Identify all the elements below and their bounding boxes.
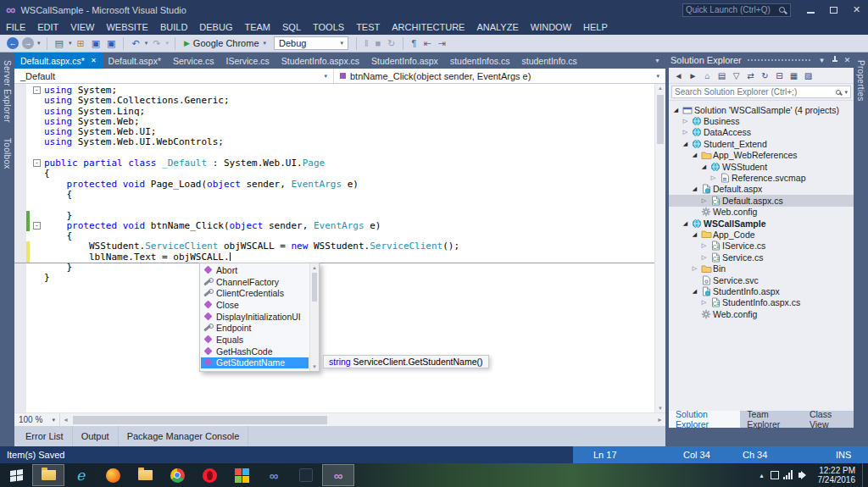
code-line[interactable]: { [14, 190, 654, 200]
breakpoint-margin[interactable] [14, 137, 26, 147]
completion-item-getstudentname[interactable]: GetStudentName [201, 357, 309, 369]
save-icon[interactable]: ▣ [89, 36, 103, 51]
tree-item-app-webreferences[interactable]: ◢App_WebReferences [669, 150, 854, 161]
panel-tab-error-list[interactable]: Error List [17, 426, 73, 446]
expand-icon[interactable]: ▷ [681, 129, 690, 136]
code-line[interactable]: lblName.Text = objWSCALL. [14, 252, 654, 263]
tree-item-web-config[interactable]: Web.config [669, 308, 854, 319]
taskbar-chrome[interactable] [161, 464, 193, 486]
completion-item-displayinitializationui[interactable]: DisplayInitializationUI [201, 311, 309, 323]
tree-item-studentinfo-aspx-cs[interactable]: ▷C#StudentInfo.aspx.cs [669, 297, 854, 308]
scroll-up-icon[interactable]: ▲ [310, 263, 319, 272]
zoom-control[interactable]: 100 % ▾ [14, 413, 60, 426]
collapse-all-icon[interactable]: ⊟ [772, 69, 787, 82]
scroll-up-icon[interactable]: ▲ [655, 84, 665, 92]
completion-item-clientcredentials[interactable]: ClientCredentials [201, 287, 309, 299]
vertical-scrollbar[interactable]: ▲ ▼ [654, 84, 665, 412]
tree-item-service-svc[interactable]: Service.svc [669, 274, 854, 285]
menu-edit[interactable]: EDIT [31, 19, 64, 35]
menu-file[interactable]: FILE [0, 19, 31, 35]
scrollbar-thumb[interactable] [312, 273, 317, 302]
tool-tab-solution-explorer[interactable]: Solution Explorer [669, 411, 740, 428]
taskbar-visual-studio-2013[interactable]: ∞ [322, 464, 354, 486]
tree-item-solution-wscallsample-4-projects[interactable]: ◢Solution 'WSCallSample' (4 projects) [669, 104, 854, 115]
show-all-files-icon[interactable]: ▦ [787, 69, 801, 82]
maximize-button[interactable] [822, 0, 845, 19]
redo-options-icon[interactable]: ▾ [164, 36, 170, 51]
scroll-down-icon[interactable]: ▼ [310, 362, 319, 371]
navigate-forward-icon[interactable]: → [22, 37, 34, 49]
editor-tab-iservice-cs[interactable]: IService.cs [220, 53, 275, 69]
intellisense-scrollbar[interactable]: ▲ ▼ [309, 263, 319, 371]
panel-tab-package-manager-console[interactable]: Package Manager Console [119, 426, 249, 446]
collapse-icon[interactable]: ◢ [690, 231, 699, 238]
increase-indent-icon[interactable]: ⇥ [436, 36, 448, 51]
breakpoint-margin[interactable] [14, 127, 26, 137]
editor-tab-studentinfo-cs[interactable]: studentInfo.cs [516, 53, 583, 69]
completion-item-channelfactory[interactable]: ChannelFactory [201, 276, 309, 288]
network-icon[interactable] [782, 469, 794, 481]
drag-grip[interactable] [747, 58, 810, 63]
scroll-right-icon[interactable]: ► [654, 417, 665, 423]
pin-icon[interactable] [828, 56, 841, 65]
tree-item-business[interactable]: ▷Business [669, 115, 854, 126]
break-all-icon[interactable]: ‖ [362, 36, 371, 51]
pending-changes-filter-icon[interactable]: ▽ [729, 69, 743, 82]
properties-icon[interactable]: ▨ [801, 69, 815, 82]
menu-test[interactable]: TEST [350, 19, 386, 35]
tree-item-studentinfo-aspx[interactable]: ◢StudentInfo.aspx [669, 285, 854, 296]
switch-views-icon[interactable]: ▤ [715, 69, 729, 82]
tree-item-student-extend[interactable]: ◢Student_Extend [669, 138, 854, 149]
collapse-icon[interactable]: ◢ [671, 107, 681, 113]
completion-item-gethashcode[interactable]: GetHashCode [201, 346, 309, 357]
scroll-down-icon[interactable]: ▼ [655, 404, 665, 412]
editor-tab-service-cs[interactable]: Service.cs [167, 53, 220, 69]
expand-icon[interactable]: ▷ [709, 174, 718, 181]
breakpoint-margin[interactable] [14, 86, 26, 96]
breakpoint-margin[interactable] [14, 96, 26, 106]
tree-item-reference-svcmap[interactable]: ▷Reference.svcmap [669, 172, 854, 183]
breakpoint-margin[interactable] [14, 190, 26, 200]
tray-expand-icon[interactable]: ▴ [754, 472, 768, 479]
tree-item-app-code[interactable]: ◢App_Code [669, 229, 854, 240]
tree-item-wscallsample[interactable]: ◢WSCallSample [669, 218, 854, 229]
breakpoint-margin[interactable] [14, 117, 26, 127]
collapse-icon[interactable]: ◢ [681, 220, 690, 227]
completion-item-endpoint[interactable]: Endpoint [201, 322, 309, 334]
show-desktop-button[interactable] [862, 463, 868, 487]
close-icon[interactable]: ✕ [91, 57, 97, 64]
breakpoint-margin[interactable] [14, 231, 26, 241]
back-icon[interactable]: ◄ [671, 69, 686, 82]
start-button[interactable] [0, 464, 32, 486]
expand-icon[interactable]: ▷ [681, 118, 690, 125]
code-line[interactable] [14, 200, 654, 210]
home-icon[interactable]: ⌂ [700, 69, 715, 82]
forward-icon[interactable]: ► [686, 69, 700, 82]
collapse-icon[interactable]: ◢ [690, 288, 699, 295]
tool-tab-properties[interactable]: Properties [856, 53, 865, 109]
navigate-history-icon[interactable]: ▾ [36, 36, 42, 51]
breakpoint-margin[interactable] [14, 252, 26, 263]
completion-item-abort[interactable]: Abort [201, 264, 309, 276]
completion-item-equals[interactable]: Equals [201, 334, 309, 346]
search-box[interactable]: ▾ [671, 86, 851, 98]
type-dropdown[interactable]: _Default ▾ [14, 69, 334, 83]
quick-launch[interactable] [682, 3, 791, 17]
sync-with-active-document-icon[interactable]: ⇄ [743, 69, 758, 82]
menu-view[interactable]: VIEW [64, 19, 100, 35]
editor-tab-default-aspx[interactable]: Default.aspx* [103, 53, 167, 69]
tree-item-bin[interactable]: ▷Bin [669, 263, 854, 274]
stop-debugging-icon[interactable]: ■ [373, 36, 384, 51]
code-line[interactable]: using System.Web.UI.WebControls; [14, 137, 654, 147]
tree-item-service-cs[interactable]: ▷C#Service.cs [669, 252, 854, 263]
taskbar-app-tiles[interactable] [225, 464, 258, 486]
breakpoint-margin[interactable] [14, 273, 26, 283]
expand-icon[interactable]: ▷ [690, 265, 699, 272]
expand-icon[interactable]: ▷ [699, 197, 709, 204]
breakpoint-margin[interactable] [14, 180, 26, 190]
start-debug-button[interactable]: ▶Google Chrome▾ [180, 38, 270, 48]
collapse-icon[interactable]: ◢ [690, 152, 699, 158]
expand-icon[interactable]: ▷ [699, 242, 709, 249]
restart-debugging-icon[interactable]: ↻ [385, 36, 398, 51]
tree-item-web-config[interactable]: Web.config [669, 207, 854, 218]
